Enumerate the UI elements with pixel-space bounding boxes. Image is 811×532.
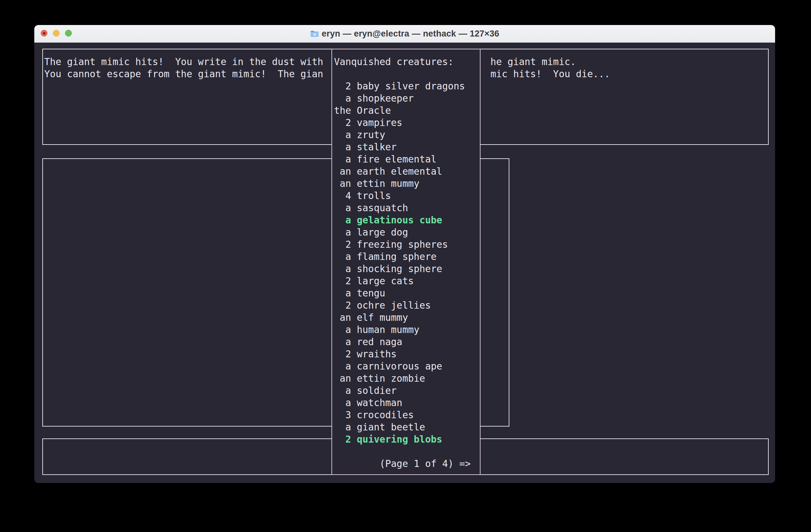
message-line: he giant mimic. — [490, 56, 576, 68]
modified-dot-icon — [43, 32, 46, 35]
menu-lines: Vanquished creatures: 2 baby silver drag… — [334, 56, 471, 470]
menu-entry: 2 freezing spheres — [334, 239, 448, 250]
menu-entry: 2 ochre jellies — [334, 300, 431, 311]
menu-entry: a zruty — [334, 129, 385, 140]
menu-entry: a sasquatch — [334, 203, 408, 214]
menu-entry: 2 large cats — [334, 276, 414, 286]
menu-entry: an earth elemental — [334, 166, 442, 177]
message-line: You cannot escape from the giant mimic! … — [44, 68, 323, 80]
menu-entry: an elf mummy — [334, 312, 408, 323]
menu-entry: 3 crocodiles — [334, 410, 414, 421]
menu-entry: 2 vampires — [334, 117, 402, 128]
zoom-button[interactable] — [65, 30, 72, 36]
menu-entry: an ettin zombie — [334, 373, 425, 384]
menu-entry: a watchman — [334, 397, 402, 408]
terminal-window: eryn — eryn@electra — nethack — 127×36 T… — [34, 25, 775, 483]
menu-entry: an ettin mummy — [334, 178, 419, 189]
traffic-lights — [41, 30, 72, 36]
menu-entry: the Oracle — [334, 105, 391, 116]
minimize-button[interactable] — [53, 30, 60, 36]
menu-entry: a human mummy — [334, 324, 419, 335]
menu-entry: 2 baby silver dragons — [334, 81, 465, 92]
vanquished-creatures-menu: Vanquished creatures: 2 baby silver drag… — [332, 49, 480, 475]
menu-entry: a gelatinous cube — [334, 215, 442, 225]
close-button[interactable] — [41, 30, 47, 36]
menu-entry: 4 trolls — [334, 190, 391, 201]
menu-entry: a tengu — [334, 288, 385, 299]
menu-entry: a giant beetle — [334, 422, 425, 433]
terminal-screen[interactable]: The giant mimic hits! You write in the d… — [34, 43, 775, 483]
menu-entry: a shopkeeper — [334, 93, 414, 104]
window-titlebar[interactable]: eryn — eryn@electra — nethack — 127×36 — [34, 25, 775, 43]
title-group: eryn — eryn@electra — nethack — 127×36 — [310, 29, 500, 39]
folder-icon[interactable] — [310, 30, 319, 37]
menu-entry: a flaming sphere — [334, 251, 437, 262]
menu-entry: a carnivorous ape — [334, 361, 442, 372]
message-line: The giant mimic hits! You write in the d… — [44, 56, 323, 68]
menu-entry: 2 quivering blobs — [334, 434, 442, 445]
menu-entry: a fire elemental — [334, 154, 437, 165]
menu-entry: a red naga — [334, 337, 402, 347]
menu-entry: a stalker — [334, 142, 397, 153]
menu-entry: a large dog — [334, 227, 408, 238]
menu-entry: a shocking sphere — [334, 263, 442, 274]
window-title: eryn — eryn@electra — nethack — 127×36 — [322, 29, 500, 39]
message-line: mic hits! You die... — [490, 68, 610, 80]
menu-entry: a soldier — [334, 385, 397, 396]
menu-entry: 2 wraiths — [334, 349, 397, 360]
